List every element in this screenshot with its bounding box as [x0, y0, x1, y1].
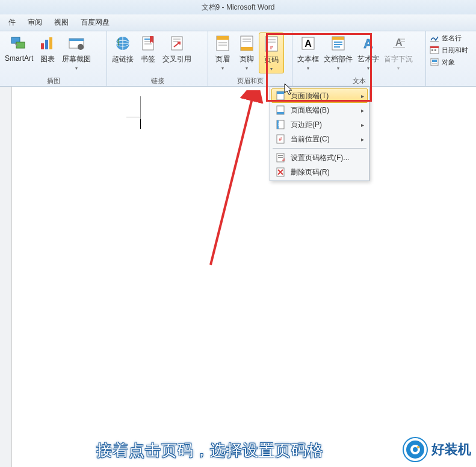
remove-pagenum-icon [275, 167, 286, 178]
svg-rect-20 [218, 45, 227, 46]
page-bottom-icon [275, 105, 286, 116]
menu-item-top[interactable]: 页面顶端(T) ▸ [271, 88, 368, 103]
pagenum-icon: # [262, 34, 281, 54]
svg-rect-2 [41, 43, 44, 49]
svg-rect-13 [144, 43, 152, 45]
dropcap-button[interactable]: A 首字下沉 ▾ [382, 32, 415, 72]
header-label: 页眉 [215, 54, 230, 64]
dropdown-arrow-icon: ▾ [246, 66, 248, 71]
crossref-button[interactable]: 交叉引用 [160, 32, 194, 66]
group-illustrations: SmartArt 图表 屏幕截图 ▾ 插图 [0, 31, 107, 86]
menu-label: 设置页码格式(F)... [291, 153, 364, 163]
object-label: 对象 [442, 58, 455, 67]
svg-rect-3 [45, 40, 48, 49]
menu-label: 删除页码(R) [291, 167, 364, 178]
svg-rect-45 [434, 49, 436, 51]
datetime-icon [430, 45, 439, 55]
menu-item-current[interactable]: # 当前位置(C) ▸ [271, 132, 368, 146]
chart-button[interactable]: 图表 [36, 32, 60, 66]
hyperlink-button[interactable]: 超链接 [110, 32, 136, 66]
group-label-illustrations: 插图 [0, 76, 107, 85]
watermark: 好装机 [403, 437, 471, 462]
dropdown-arrow-icon: ▾ [221, 66, 224, 71]
submenu-arrow-icon: ▸ [361, 136, 364, 143]
tab-view[interactable]: 视图 [48, 15, 75, 30]
datetime-label: 日期和时 [442, 46, 468, 55]
svg-text:A: A [363, 36, 373, 51]
ribbon: SmartArt 图表 屏幕截图 ▾ 插图 超链接 [0, 31, 476, 87]
dropdown-arrow-icon: ▾ [270, 66, 273, 72]
textbox-label: 文本框 [297, 54, 319, 64]
signature-button[interactable]: 签名行 [427, 32, 471, 43]
object-button[interactable]: 对象 [427, 57, 471, 67]
signature-label: 签名行 [442, 34, 462, 43]
svg-rect-32 [332, 37, 344, 40]
bookmark-icon [138, 34, 158, 53]
bookmark-button[interactable]: 书签 [136, 32, 160, 66]
svg-text:#: # [279, 136, 282, 142]
header-button[interactable]: 页眉 ▾ [211, 32, 235, 72]
svg-rect-44 [431, 49, 433, 51]
screenshot-label: 屏幕截图 [62, 54, 91, 64]
ribbon-tabs: 件 审阅 视图 百度网盘 [0, 14, 476, 31]
svg-rect-39 [400, 41, 405, 42]
annotation-caption: 接着点击页码，选择设置页码格 [96, 440, 324, 461]
svg-rect-48 [432, 63, 437, 64]
svg-rect-22 [241, 47, 253, 51]
svg-rect-41 [430, 41, 439, 42]
chart-icon [38, 34, 57, 53]
group-label-links: 链接 [107, 76, 208, 85]
svg-rect-33 [334, 42, 342, 43]
watermark-text: 好装机 [431, 441, 471, 459]
smartart-label: SmartArt [5, 54, 33, 63]
window-title: 文档9 - Microsoft Word [202, 3, 275, 11]
svg-text:#: # [278, 122, 281, 127]
svg-rect-23 [243, 39, 251, 40]
document-page[interactable] [12, 87, 476, 467]
menu-item-bottom[interactable]: 页面底端(B) ▸ [271, 103, 368, 117]
svg-rect-27 [267, 42, 276, 43]
menu-item-format[interactable]: # 设置页码格式(F)... [271, 150, 368, 165]
footer-label: 页脚 [240, 54, 254, 64]
svg-rect-50 [277, 91, 284, 94]
wordart-button[interactable]: A 艺术字 ▾ [355, 32, 382, 72]
submenu-arrow-icon: ▸ [361, 122, 364, 128]
page-margins-icon: # [275, 119, 286, 130]
svg-rect-47 [432, 60, 437, 62]
svg-rect-4 [49, 37, 52, 49]
footer-button[interactable]: 页脚 ▾ [235, 32, 259, 72]
svg-rect-35 [334, 46, 340, 48]
svg-rect-52 [277, 112, 284, 114]
svg-rect-15 [173, 39, 181, 40]
screenshot-button[interactable]: 屏幕截图 ▾ [60, 32, 93, 72]
page-top-icon [275, 90, 286, 101]
tab-baidu[interactable]: 百度网盘 [75, 15, 116, 30]
docparts-button[interactable]: 文档部件 ▾ [321, 32, 355, 72]
text-cursor [140, 119, 141, 129]
svg-text:#: # [270, 45, 273, 51]
svg-point-66 [417, 446, 419, 448]
svg-text:A: A [304, 39, 312, 49]
svg-rect-38 [400, 39, 405, 40]
datetime-button[interactable]: 日期和时 [427, 45, 471, 55]
textbox-button[interactable]: A 文本框 ▾ [295, 32, 321, 72]
svg-rect-43 [430, 46, 439, 48]
footer-icon [237, 34, 256, 53]
pagenum-button[interactable]: # 页码 ▾ [259, 32, 284, 73]
watermark-logo-icon [403, 437, 428, 462]
svg-text:#: # [282, 157, 285, 162]
document-area [0, 87, 476, 467]
textbox-icon: A [298, 34, 318, 53]
chart-label: 图表 [40, 54, 55, 64]
dropdown-arrow-icon: ▾ [397, 66, 400, 71]
hyperlink-icon [113, 34, 132, 53]
svg-rect-40 [393, 47, 405, 48]
current-position-icon: # [275, 134, 286, 144]
pagenum-label: 页码 [264, 55, 279, 65]
menu-item-remove[interactable]: 删除页码(R) [271, 165, 368, 179]
tab-review[interactable]: 审阅 [22, 15, 48, 30]
smartart-button[interactable]: SmartArt [2, 32, 36, 64]
signature-icon [430, 33, 439, 43]
tab-partial[interactable]: 件 [2, 15, 22, 30]
menu-item-margins[interactable]: # 页边距(P) ▸ [271, 117, 368, 132]
